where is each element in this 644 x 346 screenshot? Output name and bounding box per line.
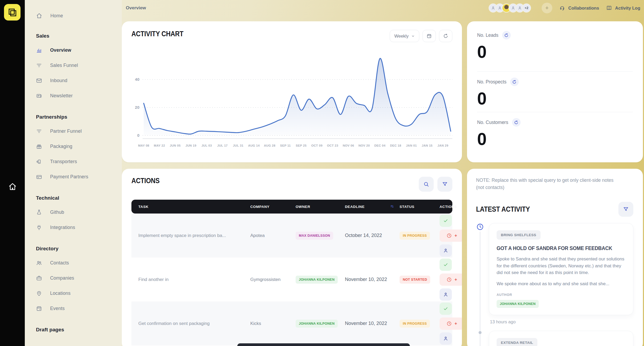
column-header-actions[interactable]: ACTIONS (440, 205, 457, 209)
sidebar-item-integrations[interactable]: Integrations (36, 220, 122, 235)
sidebar-section-technical: TechnicalGithubIntegrations (36, 195, 122, 235)
sort-icon[interactable] (390, 204, 394, 209)
table-row[interactable]: Implement empty space in prescription ba… (131, 214, 452, 258)
activity-chart-plot: 02040 (131, 47, 452, 143)
deadline-cell: November 10, 2022 (345, 277, 400, 282)
column-header-owner[interactable]: OWNER (296, 205, 345, 209)
stat-value: 0 (477, 42, 633, 62)
period-select[interactable]: Weekly (390, 30, 419, 42)
period-select-value: Weekly (394, 34, 409, 39)
complete-task-button[interactable] (440, 303, 452, 315)
stat-refresh-button[interactable] (510, 78, 519, 86)
company-tag: BRING SHELFLESS (497, 230, 541, 240)
sidebar-item-label: Transporters (50, 159, 77, 164)
sidebar-item-home[interactable]: Home (36, 9, 122, 22)
owner-cell: MAX DANIELSSON (296, 232, 345, 240)
sidebar-item-overview[interactable]: Overview (36, 43, 122, 58)
calendar-picker-button[interactable] (422, 30, 436, 42)
horizontal-scrollbar[interactable] (237, 343, 410, 346)
stat-label: No. Leads (477, 33, 498, 38)
actions-filter-button[interactable] (437, 177, 452, 192)
column-header-company[interactable]: COMPANY (250, 205, 296, 209)
x-axis-label: OCT 09 (311, 144, 323, 147)
table-row[interactable]: Find another inGymgrossistenJOHANNA KILP… (131, 258, 452, 301)
breadcrumb[interactable]: Overview (126, 5, 146, 11)
sidebar-section-partnerships: PartnershipsPartner FunnelPackagingTrans… (36, 114, 122, 184)
calendar-icon (426, 33, 432, 39)
sidebar-item-newsletter[interactable]: Newsletter (36, 88, 122, 103)
svg-text:20: 20 (135, 105, 139, 110)
sidebar-item-github[interactable]: Github (36, 205, 122, 220)
actions-search-button[interactable] (419, 177, 434, 192)
owner-badge: JOHANNA KILPONEN (296, 276, 338, 284)
sidebar-item-inbound[interactable]: Inbound (36, 73, 122, 88)
reassign-task-button[interactable] (440, 288, 452, 301)
complete-task-button[interactable] (440, 215, 452, 227)
plug-icon (36, 224, 42, 231)
chart-x-axis: MAY 08MAY 22JUN 05JUN 19JUL 03JUL 17JUL … (131, 144, 452, 150)
collaborations-button[interactable]: Collaborations (559, 5, 599, 11)
sidebar-home-label: Home (50, 13, 63, 19)
credit-card-icon (36, 174, 42, 180)
chart-controls: Weekly (390, 30, 452, 42)
activity-card[interactable]: BRING SHELFLESSGOT A HOLD OF SANDRA FOR … (489, 223, 633, 315)
table-header: TASKCOMPANYOWNERDEADLINESTATUSACTIONS (131, 200, 452, 214)
sidebar-item-packaging[interactable]: Packaging (36, 139, 122, 154)
app-logo[interactable] (4, 4, 21, 21)
owner-badge: JOHANNA KILPONEN (296, 320, 338, 328)
reassign-task-button[interactable] (440, 332, 452, 345)
funnel-lines-icon (36, 62, 42, 69)
sidebar-section-title: Draft pages (36, 327, 122, 333)
sidebar-item-contacts[interactable]: Contacts (36, 255, 122, 271)
sidebar-item-label: Companies (50, 275, 74, 281)
snooze-task-button[interactable]: + (440, 317, 462, 330)
mail-icon (36, 78, 42, 84)
chart-refresh-button[interactable] (439, 30, 452, 42)
sidebar-item-locations[interactable]: Locations (36, 286, 122, 301)
sidebar-item-transporters[interactable]: Transporters (36, 154, 122, 169)
company-tag: EXTENDA RETAIL (497, 338, 537, 346)
stat-no-leads: No. Leads0 (477, 31, 633, 71)
avatar-overflow-badge[interactable]: +2 (522, 3, 531, 13)
activity-card[interactable]: EXTENDA RETAIL (489, 331, 633, 346)
complete-task-button[interactable] (440, 259, 452, 271)
sidebar-section-sales: SalesOverviewSales FunnelInboundNewslett… (36, 33, 122, 103)
deadline-cell: October 14, 2022 (345, 233, 400, 238)
sidebar-section-title: Technical (36, 195, 122, 201)
activity-feed: BRING SHELFLESSGOT A HOLD OF SANDRA FOR … (489, 223, 633, 346)
x-axis-label: JUL 31 (233, 144, 243, 147)
company-cell: Kicks (250, 321, 296, 326)
task-cell: Implement empty space in prescription ba… (138, 233, 250, 238)
add-collaborator-button[interactable]: + (542, 3, 552, 13)
sidebar-item-events[interactable]: Events (36, 301, 122, 316)
stat-refresh-button[interactable] (502, 31, 511, 39)
activity-chart: 02040 MAY 08MAY 22JUN 05JUN 19JUL 03JUL … (131, 47, 452, 154)
latest-activity-filter-button[interactable] (618, 202, 633, 217)
status-badge: IN PROGRESS (400, 320, 430, 328)
sidebar-item-payment-partners[interactable]: Payment Partners (36, 169, 122, 184)
sidebar-item-partner-funnel[interactable]: Partner Funnel (36, 124, 122, 139)
deadline-cell: November 10, 2022 (345, 321, 400, 326)
map-pin-icon (36, 290, 42, 296)
sidebar-item-sales-funnel[interactable]: Sales Funnel (36, 58, 122, 73)
snooze-task-button[interactable]: + (440, 273, 462, 286)
sidebar-section-title: Sales (36, 33, 122, 39)
column-header-status[interactable]: STATUS (400, 205, 440, 209)
sidebar-item-companies[interactable]: Companies (36, 271, 122, 286)
sidebar-section-title: Partnerships (36, 114, 122, 120)
snooze-task-button[interactable]: + (440, 230, 462, 242)
reassign-task-button[interactable] (440, 244, 452, 257)
stat-refresh-button[interactable] (512, 118, 521, 127)
column-header-deadline[interactable]: DEADLINE (345, 204, 400, 209)
collaborations-label: Collaborations (568, 6, 599, 11)
stat-value: 0 (477, 89, 633, 108)
logo-frames-icon (7, 7, 17, 17)
calendar-icon (36, 305, 42, 312)
status-badge: NOT STARTED (400, 276, 430, 284)
column-header-task[interactable]: TASK (138, 205, 250, 209)
activity-log-button[interactable]: Activity Log (606, 5, 640, 11)
x-axis-label: JAN 29 (437, 144, 448, 147)
avatar-group[interactable]: +2 (489, 3, 531, 13)
table-row[interactable]: Get confirmation on sent packagingKicksJ… (131, 301, 452, 345)
rail-home-icon[interactable] (8, 182, 17, 191)
